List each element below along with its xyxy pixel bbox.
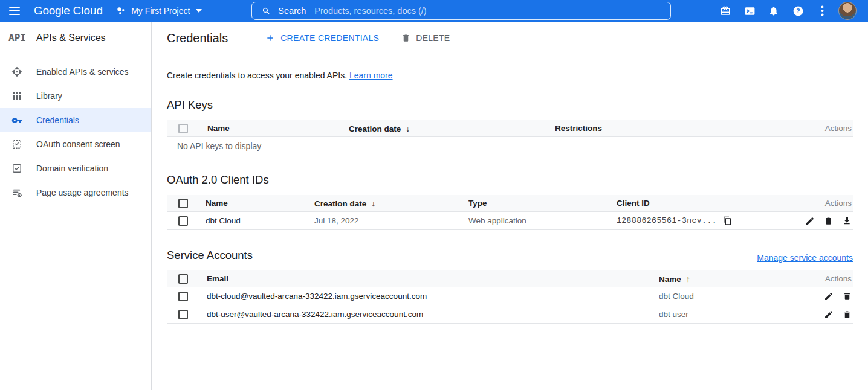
sidebar-item-label: Library [36, 91, 62, 101]
delete-trash-icon[interactable] [824, 216, 833, 226]
avatar[interactable] [838, 2, 857, 20]
project-selector[interactable]: My First Project [116, 6, 202, 16]
sidebar-item-label: OAuth consent screen [36, 139, 120, 149]
edit-pencil-icon[interactable] [805, 216, 815, 226]
oauth-table: Name Creation date↓ Type Client ID Actio… [167, 195, 853, 230]
edit-pencil-icon[interactable] [824, 310, 834, 319]
row-actions [786, 310, 853, 319]
column-header-restrictions[interactable]: Restrictions [555, 124, 786, 133]
sort-desc-icon: ↓ [406, 124, 410, 133]
column-header-name[interactable]: Name [206, 199, 314, 208]
search-input[interactable]: Search Products, resources, docs (/) [251, 2, 671, 20]
sidebar-item-credentials[interactable]: Credentials [0, 108, 151, 132]
column-header-email[interactable]: Email [207, 274, 659, 283]
select-all-checkbox[interactable] [178, 124, 188, 133]
create-credentials-button[interactable]: CREATE CREDENTIALS [265, 33, 379, 43]
column-header-name[interactable]: Name [207, 124, 349, 133]
gift-icon[interactable] [713, 0, 737, 22]
delete-button[interactable]: DELETE [401, 33, 450, 43]
page-title: Credentials [167, 31, 228, 45]
project-icon [116, 6, 126, 16]
oauth-client-name[interactable]: dbt Cloud [206, 216, 314, 225]
oauth-header-row: Name Creation date↓ Type Client ID Actio… [167, 195, 853, 212]
column-header-creation-date[interactable]: Creation date↓ [349, 124, 555, 133]
key-icon [11, 115, 22, 126]
topbar: Google Cloud My First Project Search Pro… [0, 0, 868, 22]
sidebar: API APIs & Services Enabled APIs & servi… [0, 22, 152, 390]
service-accounts-heading: Service Accounts [167, 248, 253, 263]
column-header-actions: Actions [786, 274, 853, 283]
api-keys-header-row: Name Creation date↓ Restrictions Actions [167, 120, 853, 137]
oauth-heading: OAuth 2.0 Client IDs [167, 173, 853, 187]
page-header: Credentials CREATE CREDENTIALS DELETE [167, 22, 853, 54]
search-icon [262, 7, 271, 16]
table-row: dbt Cloud Jul 18, 2022 Web application 1… [167, 212, 853, 230]
domain-check-icon [11, 163, 22, 174]
select-all-checkbox[interactable] [178, 274, 188, 284]
row-checkbox[interactable] [178, 216, 188, 226]
manage-service-accounts-link[interactable]: Manage service accounts [757, 253, 853, 263]
sort-asc-icon: ↑ [686, 274, 690, 284]
sidebar-item-label: Enabled APIs & services [36, 67, 129, 77]
api-keys-empty-message: No API keys to display [167, 137, 853, 155]
copy-icon[interactable] [723, 216, 732, 225]
service-account-name: dbt user [659, 310, 786, 319]
sort-desc-icon: ↓ [371, 199, 375, 208]
select-all-checkbox[interactable] [178, 199, 188, 208]
api-keys-table: Name Creation date↓ Restrictions Actions… [167, 120, 853, 155]
column-header-name[interactable]: Name↑ [659, 274, 786, 284]
oauth-client-id: 128886265561-3ncv... [617, 216, 786, 225]
column-header-type[interactable]: Type [468, 199, 617, 208]
consent-screen-icon [11, 139, 22, 150]
row-actions [786, 216, 853, 226]
row-checkbox[interactable] [178, 292, 188, 301]
intro-sentence: Create credentials to access your enable… [167, 71, 347, 80]
learn-more-link[interactable]: Learn more [349, 71, 393, 80]
sidebar-title: APIs & Services [36, 33, 106, 43]
row-actions [786, 292, 853, 301]
oauth-client-type: Web application [468, 216, 617, 225]
project-name: My First Project [131, 6, 190, 16]
sidebar-item-page-usage[interactable]: Page usage agreements [0, 181, 151, 205]
delete-trash-icon[interactable] [843, 292, 852, 301]
delete-label: DELETE [416, 33, 450, 43]
sidebar-item-oauth-consent[interactable]: OAuth consent screen [0, 132, 151, 156]
service-account-name: dbt Cloud [659, 292, 786, 301]
table-row: dbt-user@vaulted-arcana-332422.iam.gserv… [167, 305, 853, 324]
sidebar-item-label: Domain verification [36, 164, 108, 173]
trash-icon [401, 33, 410, 43]
create-credentials-label: CREATE CREDENTIALS [280, 33, 379, 43]
sidebar-item-label: Credentials [36, 115, 79, 125]
sidebar-item-label: Page usage agreements [36, 188, 129, 197]
sidebar-item-library[interactable]: Library [0, 84, 151, 108]
cloud-shell-icon[interactable] [737, 0, 762, 22]
agreements-gear-icon [11, 187, 22, 198]
delete-trash-icon[interactable] [843, 310, 852, 319]
service-account-email[interactable]: dbt-user@vaulted-arcana-332422.iam.gserv… [207, 310, 659, 319]
notifications-bell-icon[interactable] [762, 0, 786, 22]
edit-pencil-icon[interactable] [824, 292, 834, 301]
column-header-creation-date[interactable]: Creation date↓ [314, 199, 468, 208]
search-label: Search [278, 6, 306, 16]
sidebar-item-domain-verification[interactable]: Domain verification [0, 156, 151, 181]
topbar-actions: ? [713, 0, 868, 22]
api-keys-heading: API Keys [167, 98, 853, 112]
google-cloud-logo[interactable]: Google Cloud [34, 4, 103, 18]
api-compass-icon [11, 66, 22, 77]
sidebar-nav: Enabled APIs & services Library Credenti… [0, 54, 151, 205]
plus-icon [265, 33, 275, 43]
hamburger-menu-icon[interactable] [0, 0, 29, 22]
row-checkbox[interactable] [178, 310, 188, 319]
logo-cloud: Cloud [73, 4, 103, 18]
service-accounts-header-row: Email Name↑ Actions [167, 270, 853, 287]
chevron-down-icon [196, 9, 202, 13]
client-id-value: 128886265561-3ncv... [617, 216, 717, 225]
column-header-client-id[interactable]: Client ID [617, 199, 786, 208]
help-icon[interactable]: ? [786, 0, 810, 22]
column-header-actions: Actions [786, 124, 853, 133]
download-icon[interactable] [842, 216, 852, 226]
sidebar-item-enabled-apis[interactable]: Enabled APIs & services [0, 60, 151, 84]
svg-text:?: ? [796, 8, 800, 14]
service-account-email[interactable]: dbt-cloud@vaulted-arcana-332422.iam.gser… [207, 292, 659, 301]
more-vert-icon[interactable] [810, 0, 834, 22]
